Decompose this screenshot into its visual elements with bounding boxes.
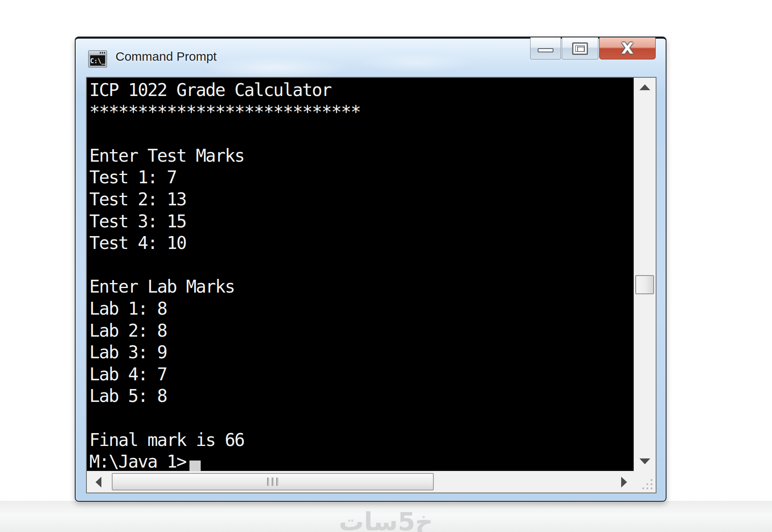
terminal-line: Test 1: 7: [89, 167, 634, 189]
khamsat-watermark: خ5سات: [339, 507, 433, 532]
horizontal-scrollbar[interactable]: [87, 471, 634, 493]
page-background: خ5سات C:\_ Command Prompt X ICP 1022 Gra…: [0, 0, 772, 532]
maximize-button[interactable]: [562, 37, 598, 59]
terminal-line: Lab 2: 8: [89, 320, 634, 342]
vertical-scrollbar-thumb[interactable]: [635, 275, 654, 294]
resize-grip-icon: [651, 488, 652, 489]
up-arrow-icon: [639, 84, 650, 90]
terminal-line: Test 4: 10: [89, 232, 634, 254]
scroll-right-button[interactable]: [615, 471, 634, 493]
terminal-line: ****************************: [89, 101, 634, 123]
terminal-line: [89, 254, 634, 276]
terminal-line: Final mark is 66: [89, 429, 634, 451]
text-cursor: [189, 461, 201, 471]
caption-button-group: X: [530, 37, 656, 59]
window-title: Command Prompt: [116, 49, 216, 64]
scroll-down-button[interactable]: [634, 452, 656, 471]
terminal-line: [89, 407, 634, 429]
minimize-button[interactable]: [530, 37, 561, 59]
terminal-line: ICP 1022 Grade Calculator: [89, 79, 634, 101]
down-arrow-icon: [639, 458, 650, 464]
close-icon: X: [600, 39, 655, 57]
terminal-line: Test 3: 15: [89, 211, 634, 233]
horizontal-scrollbar-thumb[interactable]: [112, 473, 434, 490]
terminal-output[interactable]: ICP 1022 Grade Calculator***************…: [87, 78, 634, 471]
terminal-line: Lab 5: 8: [89, 385, 634, 407]
cmd-icon-text: C:\_: [90, 55, 105, 66]
scroll-left-button[interactable]: [87, 471, 110, 493]
resize-grip[interactable]: [634, 471, 656, 493]
vertical-scrollbar[interactable]: [634, 78, 656, 471]
command-prompt-window: C:\_ Command Prompt X ICP 1022 Grade Cal…: [75, 37, 666, 502]
terminal-line: Lab 1: 8: [89, 298, 634, 320]
terminal-line: Enter Lab Marks: [89, 276, 634, 298]
scroll-up-button[interactable]: [634, 78, 656, 97]
maximize-icon: [572, 42, 588, 55]
cmd-prompt-icon: C:\_: [88, 50, 107, 68]
left-arrow-icon: [96, 477, 101, 488]
terminal-line: Lab 4: 7: [89, 364, 634, 386]
terminal-line: Lab 3: 9: [89, 342, 634, 364]
console-client-area: ICP 1022 Grade Calculator***************…: [86, 77, 656, 493]
thumb-grip-icon: [267, 478, 269, 486]
terminal-line: [89, 123, 634, 145]
terminal-line: Test 2: 13: [89, 189, 634, 211]
terminal-line: Enter Test Marks: [89, 145, 634, 167]
right-arrow-icon: [621, 477, 627, 488]
minimize-icon: [538, 48, 553, 52]
terminal-line: M:\Java 1>: [89, 451, 634, 471]
close-button[interactable]: X: [599, 37, 656, 59]
